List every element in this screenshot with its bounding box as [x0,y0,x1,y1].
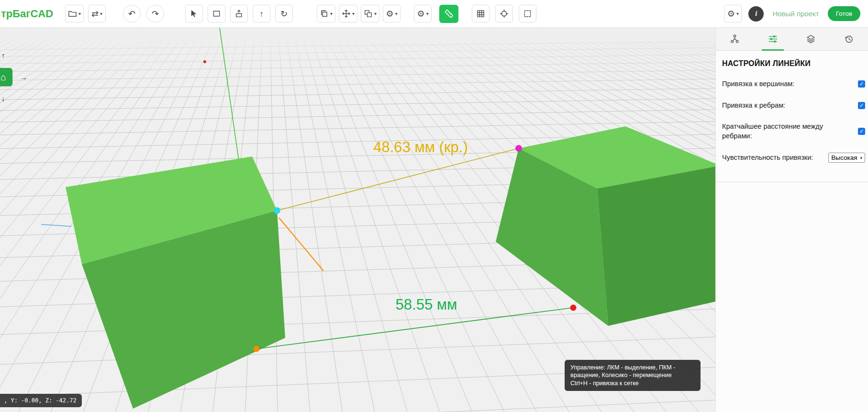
checkbox-edge-snap[interactable]: ✓ [858,102,865,109]
gear-icon: ⚙ [727,10,735,18]
sliders-icon [768,34,778,44]
select-value: Высокая [831,154,857,161]
chevron-down-icon: ▾ [395,11,398,16]
snap-helper-line [279,218,323,271]
origin-toggle-button[interactable] [495,5,513,22]
tab-history[interactable] [830,28,868,50]
panel-title: НАСТРОЙКИ ЛИНЕЙКИ [722,59,862,68]
snap-point-cyan[interactable] [274,207,280,214]
panel-tabs [716,28,868,51]
snap-point-magenta[interactable] [515,145,522,152]
project-status: Новый проект [772,10,819,18]
ruler-icon [444,9,454,19]
measure-label-shortest: 48.63 мм (кр.) [373,139,468,156]
tab-structure[interactable] [716,28,754,50]
structure-tree-icon [730,34,740,44]
chevron-down-icon: ▾ [860,156,862,160]
pan-up-arrow[interactable]: ↑ [1,52,5,59]
chevron-down-icon: ▾ [100,11,102,16]
chevron-down-icon: ▾ [330,11,333,16]
pan-right-arrow[interactable]: → [20,74,27,81]
box-up-arrow-icon [234,9,244,18]
snap-point-red[interactable] [570,305,577,311]
panel-divider [716,182,868,182]
tooltip-line: вращение, Колесико - перемещение [570,371,695,379]
right-panel: НАСТРОЙКИ ЛИНЕЙКИ Привязка к вершинам: ✓… [715,28,868,412]
snap-point-orange[interactable] [254,346,260,352]
tab-layers[interactable] [792,28,830,50]
open-file-button[interactable]: ▾ [65,5,84,22]
gear-icon: ⚙ [417,10,425,18]
z-axis-line [220,28,239,164]
history-group: ↶ ↷ [123,5,164,22]
checkbox-shortest-distance[interactable]: ✓ [858,128,865,135]
select-tools-group: ↑ ↻ [185,5,293,22]
redo-button[interactable]: ↷ [146,5,164,22]
setting-row-snap-sensitivity: Чувствительность привязки: Высокая ▾ [722,153,865,163]
measure-line-shortest [277,148,519,211]
view-settings-button[interactable]: ⚙ ▾ [724,5,742,22]
raise-tool-button[interactable]: ↑ [253,5,270,22]
import-export-button[interactable]: ⇄ ▾ [88,5,106,22]
chevron-down-icon: ▾ [426,11,429,16]
home-view-button[interactable]: ⌂ [0,68,12,86]
right-toolbar-group: ⚙ ▾ i Новый проект Готов [724,5,868,22]
refresh-icon: ↻ [280,10,288,18]
square-outline-icon [212,9,221,18]
home-icon: ⌂ [0,72,6,83]
origin-dot [203,60,206,63]
grid-icon [476,9,485,18]
layers-icon [806,34,816,44]
move-cross-icon [342,9,351,18]
controls-tooltip: Управление: ЛКМ - выделение, ПКМ - враще… [565,360,701,391]
coordinates-status: , Y: -0.00, Z: -42.72 [0,394,82,407]
undo-arrow-icon: ↶ [128,10,135,18]
measure-label-edge: 58.55 мм [396,296,457,313]
rect-select-tool-button[interactable] [208,5,225,22]
x-axis-line [41,224,71,226]
swap-arrows-icon: ⇄ [91,10,99,18]
chevron-down-icon: ▾ [78,11,81,16]
cursor-icon [189,9,199,18]
app-window: трБагCAD ▾ ⇄ ▾ ↶ ↷ ↑ [0,0,868,412]
gear-icon: ⚙ [386,10,394,18]
history-clock-icon [844,34,854,44]
measure-line-edge [256,308,573,349]
duplicate-tool-button[interactable]: ▾ [361,5,379,22]
tool-options-button[interactable]: ⚙ ▾ [383,5,401,22]
select-tool-button[interactable] [185,5,203,22]
rotate-tool-button[interactable]: ↻ [275,5,293,22]
ready-button[interactable]: Готов [828,6,860,21]
chevron-down-icon: ▾ [374,11,377,16]
area-select-button[interactable] [519,5,536,22]
grid-toggle-button[interactable] [472,5,490,22]
tooltip-line: Ctrl+H - привязка к сетке [570,379,695,387]
extrude-tool-button[interactable] [230,5,248,22]
cube-right[interactable] [496,126,737,326]
setting-row-vertex-snap: Привязка к вершинам: ✓ [722,79,865,89]
setting-row-shortest-distance: Кратчайшее расстояние между ребрами: ✓ [722,122,865,141]
tab-ruler-settings[interactable] [754,28,792,50]
setting-label: Чувствительность привязки: [722,153,813,163]
crosshair-icon [500,9,509,18]
setting-row-edge-snap: Привязка к ребрам: ✓ [722,101,865,111]
info-button[interactable]: i [748,6,764,22]
move-tool-button[interactable]: ▾ [339,5,357,22]
pan-down-arrow[interactable]: ↓ [1,95,5,102]
undo-button[interactable]: ↶ [123,5,141,22]
dashed-square-icon [523,9,532,18]
settings-group: ⚙ ▾ [414,5,432,22]
chevron-down-icon: ▾ [736,11,739,16]
ruler-tool-button[interactable] [439,5,458,23]
checkbox-vertex-snap[interactable]: ✓ [858,80,865,88]
setting-label: Кратчайшее расстояние между ребрами: [722,122,833,141]
info-icon: i [755,10,757,18]
cube-left[interactable] [66,156,285,409]
active-tool-group [439,5,458,23]
copy-tool-button[interactable]: ▾ [317,5,335,22]
settings-button[interactable]: ⚙ ▾ [414,5,432,22]
snap-sensitivity-select[interactable]: Высокая ▾ [828,153,865,163]
chevron-down-icon: ▾ [352,11,355,16]
view-tools-group [472,5,536,22]
tooltip-line: Управление: ЛКМ - выделение, ПКМ - [570,364,695,371]
